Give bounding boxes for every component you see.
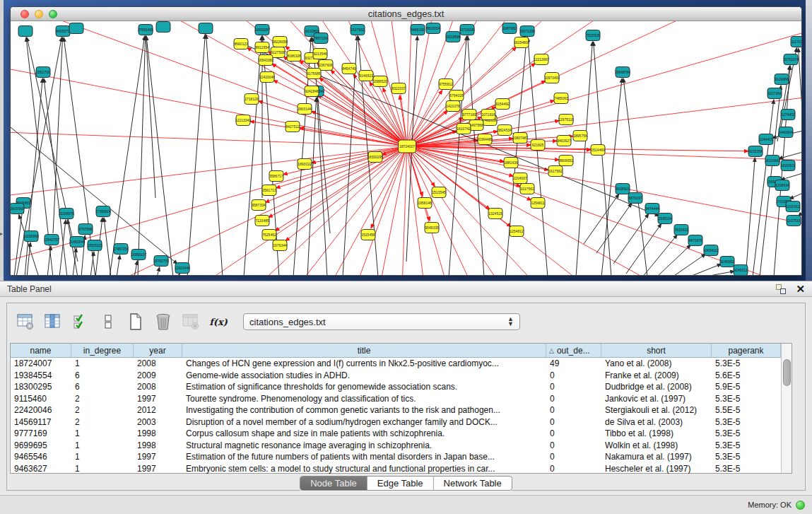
graph-node[interactable]: 1527602 xyxy=(351,25,365,35)
graph-node[interactable]: 1895756 xyxy=(573,131,587,141)
graph-node[interactable]: 8466160 xyxy=(411,25,425,35)
table-selector-dropdown[interactable]: citations_edges.txt ▲▼ xyxy=(243,313,520,330)
graph-node[interactable]: 1515456 xyxy=(361,230,375,240)
column-header-out_de[interactable]: △out_de... xyxy=(546,344,601,357)
table-row[interactable]: 1938455462009Genome-wide association stu… xyxy=(11,370,781,382)
graph-node[interactable]: 1513545 xyxy=(432,187,446,198)
graph-node[interactable]: 18300295 xyxy=(367,152,383,163)
graph-node[interactable]: 8912954 xyxy=(255,42,269,53)
graph-node[interactable] xyxy=(156,22,170,33)
graph-node[interactable]: 11451944 xyxy=(69,237,85,247)
graph-node[interactable]: 16782759 xyxy=(153,256,169,267)
graph-node[interactable]: 1958146 xyxy=(418,198,432,209)
graph-node[interactable]: 15751074 xyxy=(783,54,799,65)
graph-node[interactable]: 1421078 xyxy=(446,101,460,112)
graph-node[interactable]: 1117033 xyxy=(791,37,801,47)
graph-node[interactable]: 2803144 xyxy=(298,104,312,115)
graph-node[interactable]: 9129966 xyxy=(775,74,789,85)
graph-node[interactable]: 7485063 xyxy=(554,93,568,104)
graph-node[interactable]: 8427512 xyxy=(286,122,300,132)
graph-node[interactable]: 2935114 xyxy=(658,214,672,224)
graph-node[interactable]: 2718126 xyxy=(245,94,259,105)
graph-node[interactable]: 17359924 xyxy=(95,206,111,217)
row-height-button[interactable] xyxy=(98,312,118,332)
graph-node[interactable]: 9175685 xyxy=(307,69,321,79)
graph-node[interactable]: 2561713 xyxy=(262,185,276,196)
graph-node[interactable]: 11156869 xyxy=(23,231,39,242)
graph-node[interactable]: 9474444 xyxy=(645,204,659,214)
network-window-titlebar[interactable]: citations_edges.txt xyxy=(11,7,801,21)
graph-node[interactable]: 1071916 xyxy=(481,110,495,120)
graph-node[interactable]: 8813054 xyxy=(426,23,440,34)
column-header-name[interactable]: name xyxy=(11,344,71,357)
column-header-title[interactable]: title xyxy=(182,344,546,357)
graph-node[interactable]: 8938923 xyxy=(616,184,630,194)
graph-node[interactable]: 2051700 xyxy=(36,67,50,78)
graph-node[interactable]: 8405571 xyxy=(56,26,70,37)
graph-node[interactable]: 6497568 xyxy=(469,120,483,131)
graph-node[interactable]: 7625462 xyxy=(262,230,276,240)
graph-node[interactable]: 10958107 xyxy=(131,250,146,260)
graph-node[interactable]: 7632621 xyxy=(674,225,688,235)
graph-node[interactable]: 6879197 xyxy=(628,193,642,204)
table-row[interactable]: 911546021997Tourette syndrome. Phenomeno… xyxy=(11,393,781,405)
graph-node[interactable]: 7857224 xyxy=(314,33,328,44)
function-builder-button[interactable]: f(x) xyxy=(208,312,228,332)
graph-node[interactable]: 8215358 xyxy=(748,146,763,157)
float-panel-icon[interactable] xyxy=(776,284,786,294)
graph-node[interactable]: 10654112 xyxy=(703,245,719,256)
vertical-scrollbar[interactable] xyxy=(781,344,792,473)
graph-node[interactable]: 9242848 xyxy=(305,86,319,97)
network-canvas[interactable]: 8405571276914061065328716033809785722415… xyxy=(11,21,801,275)
graph-node[interactable]: 16648784 xyxy=(615,67,630,78)
graph-node[interactable]: 9797588 xyxy=(78,224,93,235)
graph-node[interactable]: 8186328 xyxy=(287,51,301,62)
delete-table-button[interactable] xyxy=(181,312,201,332)
table-row[interactable]: 946362711997Embryonic stem cells: a mode… xyxy=(11,463,781,475)
graph-node[interactable]: 9549335 xyxy=(425,223,439,233)
graph-node[interactable]: 19218586 xyxy=(445,32,461,42)
graph-node[interactable]: 1274402 xyxy=(781,110,795,120)
graph-node[interactable]: 9245652 xyxy=(720,257,734,267)
graph-node[interactable]: 9146821 xyxy=(359,71,373,81)
graph-node[interactable]: 1679344 xyxy=(273,240,287,251)
graph-node[interactable]: 22420046 xyxy=(259,72,275,83)
graph-node[interactable]: 8322037 xyxy=(392,83,406,94)
graph-node[interactable]: 621605 xyxy=(531,140,545,151)
graph-node[interactable]: 10653287 xyxy=(254,25,270,35)
scrollbar-thumb[interactable] xyxy=(783,359,791,386)
tab-edge-table[interactable]: Edge Table xyxy=(367,477,434,490)
graph-node[interactable]: 1881639 xyxy=(504,158,518,168)
graph-node[interactable]: 16210643 xyxy=(765,156,780,166)
graph-node[interactable] xyxy=(69,23,83,34)
graph-node[interactable]: 1620921 xyxy=(781,160,795,171)
graph-node[interactable]: 8471676 xyxy=(688,235,702,246)
graph-node[interactable]: 6794028 xyxy=(449,90,464,101)
graph-node[interactable]: 1588520 xyxy=(373,76,387,87)
column-header-year[interactable]: year xyxy=(134,344,182,357)
graph-node[interactable] xyxy=(18,26,33,37)
table-panel-titlebar[interactable]: Table Panel ✕ xyxy=(0,281,812,297)
graph-node[interactable]: 1210312 xyxy=(786,201,800,212)
graph-node[interactable]: 7515526 xyxy=(586,30,600,41)
graph-node[interactable]: 8660123 xyxy=(234,39,248,49)
graph-node[interactable]: 13505115 xyxy=(87,240,102,251)
graph-node[interactable]: 18724007 xyxy=(399,140,416,153)
graph-node[interactable]: 7133485 xyxy=(255,216,269,226)
minimize-window-icon[interactable] xyxy=(35,10,43,18)
graph-node[interactable]: 9154492 xyxy=(495,99,510,110)
graph-node[interactable]: 18226058 xyxy=(272,37,288,47)
graph-node[interactable]: 20206576 xyxy=(59,209,74,219)
graph-node[interactable]: 1107533 xyxy=(787,216,801,226)
graph-node[interactable]: 2204007 xyxy=(513,173,527,184)
graph-node[interactable]: 13942757 xyxy=(44,235,59,245)
graph-node[interactable]: 2087682 xyxy=(502,23,517,34)
graph-node[interactable]: 9245012 xyxy=(734,265,748,276)
graph-node[interactable]: 12213967 xyxy=(534,54,549,65)
graph-node[interactable]: 3824534 xyxy=(498,125,512,136)
graph-node[interactable]: 1208634 xyxy=(775,180,789,191)
graph-node[interactable]: 9463627 xyxy=(557,136,571,146)
graph-node[interactable]: 10973493 xyxy=(544,73,560,83)
graph-node[interactable]: 12975115 xyxy=(558,115,574,125)
graph-node[interactable]: 3586717 xyxy=(269,171,283,182)
